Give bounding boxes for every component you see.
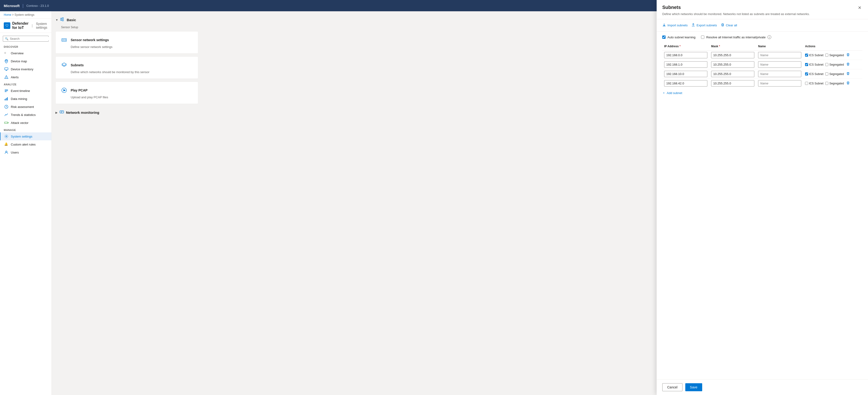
segregated-input[interactable] bbox=[825, 82, 828, 85]
mask-input[interactable] bbox=[711, 52, 754, 58]
topbar-separator: | bbox=[23, 3, 24, 8]
delete-row-button[interactable] bbox=[846, 62, 850, 67]
segregated-checkbox[interactable]: Segregated bbox=[825, 54, 844, 57]
col-header-actions: Actions bbox=[803, 43, 862, 51]
card-title: Sensor network settings bbox=[71, 38, 109, 42]
export-subnets-button[interactable]: Export subnets bbox=[691, 22, 717, 28]
sidebar-item-event-timeline[interactable]: Event timeline bbox=[0, 87, 52, 95]
ics-subnet-input[interactable] bbox=[805, 54, 808, 57]
sidebar-item-risk-assessment[interactable]: Risk assessment bbox=[0, 103, 52, 111]
segregated-input[interactable] bbox=[825, 73, 828, 76]
sidebar-item-system-settings[interactable]: System settings bbox=[0, 132, 52, 140]
ip-input[interactable] bbox=[664, 80, 707, 87]
name-input[interactable] bbox=[758, 71, 801, 77]
sidebar-item-device-inventory[interactable]: Device inventory bbox=[0, 65, 52, 73]
svg-point-20 bbox=[65, 39, 66, 40]
ics-subnet-input[interactable] bbox=[805, 82, 808, 85]
name-input[interactable] bbox=[758, 80, 801, 87]
card-header: Play PCAP bbox=[60, 87, 193, 94]
sensor-network-settings-card[interactable]: Sensor network settings Define sensor ne… bbox=[55, 31, 198, 54]
segregated-checkbox[interactable]: Segregated bbox=[825, 82, 844, 85]
sensor-setup-label: Sensor Setup bbox=[55, 26, 198, 31]
save-button[interactable]: Save bbox=[685, 383, 702, 391]
basic-section-header[interactable]: ▼ Basic bbox=[55, 15, 198, 26]
mask-input[interactable] bbox=[711, 71, 754, 77]
subnets-table: IP Address Mask Name Actions ICS Subnet … bbox=[662, 43, 862, 88]
actions-cell: ICS Subnet Segregated bbox=[805, 81, 861, 86]
add-subnet-button[interactable]: ＋ Add subnet bbox=[662, 88, 682, 95]
play-pcap-card[interactable]: Play PCAP Upload and play PCAP files bbox=[55, 82, 198, 104]
page-title-icon: 🛡 bbox=[4, 22, 10, 29]
card-desc: Define sensor network settings bbox=[60, 45, 193, 49]
delete-row-button[interactable] bbox=[846, 71, 850, 77]
svg-rect-9 bbox=[7, 97, 8, 101]
sidebar-item-trends-statistics[interactable]: Trends & statistics bbox=[0, 111, 52, 119]
sidebar-item-users[interactable]: Users bbox=[0, 148, 52, 157]
svg-rect-5 bbox=[5, 90, 8, 91]
discover-section-label: Discover bbox=[0, 44, 52, 49]
ip-input[interactable] bbox=[664, 52, 707, 58]
import-subnets-button[interactable]: Import subnets bbox=[662, 22, 688, 28]
auto-subnet-learning-label: Auto subnet learning bbox=[668, 35, 695, 39]
breadcrumb-home[interactable]: Home bbox=[4, 13, 11, 17]
svg-rect-7 bbox=[5, 99, 5, 101]
settings-list: ▼ Basic Sensor Setup Sensor network sett… bbox=[52, 11, 202, 122]
custom-alert-icon: 🔔 bbox=[4, 142, 8, 146]
page-title-area: 🛡 Defender for IoT | System settings bbox=[0, 19, 52, 33]
card-desc: Upload and play PCAP files bbox=[60, 95, 193, 99]
sidebar-item-label: Custom alert rules bbox=[11, 143, 35, 146]
delete-row-button[interactable] bbox=[846, 81, 850, 86]
auto-subnet-learning-checkbox[interactable]: Auto subnet learning bbox=[662, 35, 695, 39]
search-input[interactable] bbox=[10, 37, 49, 40]
sidebar-item-data-mining[interactable]: Data mining bbox=[0, 95, 52, 103]
cancel-button[interactable]: Cancel bbox=[662, 383, 682, 391]
search-box[interactable]: 🔍 bbox=[3, 36, 49, 41]
export-icon bbox=[691, 23, 695, 28]
panel-close-button[interactable]: ✕ bbox=[857, 5, 862, 11]
sidebar-item-overview[interactable]: ○ Overview bbox=[0, 49, 52, 57]
resolve-internet-traffic-input[interactable] bbox=[701, 35, 704, 39]
ip-input[interactable] bbox=[664, 71, 707, 77]
ip-input[interactable] bbox=[664, 61, 707, 68]
delete-row-button[interactable] bbox=[846, 52, 850, 58]
ics-subnet-checkbox[interactable]: ICS Subnet bbox=[805, 82, 824, 85]
name-input[interactable] bbox=[758, 61, 801, 68]
resolve-internet-traffic-checkbox[interactable]: Resolve all Internet traffic as internal… bbox=[701, 35, 771, 39]
panel-toolbar: Import subnets Export subnets Clear all bbox=[657, 19, 868, 31]
segregated-checkbox[interactable]: Segregated bbox=[825, 63, 844, 66]
sidebar-item-alerts[interactable]: Alerts bbox=[0, 73, 52, 81]
card-header: Subnets bbox=[60, 61, 193, 69]
chevron-down-icon: ▼ bbox=[55, 18, 58, 22]
auto-subnet-learning-input[interactable] bbox=[662, 35, 665, 39]
trends-icon bbox=[4, 113, 8, 117]
ics-subnet-checkbox[interactable]: ICS Subnet bbox=[805, 73, 824, 76]
subnets-icon bbox=[60, 61, 68, 69]
segregated-checkbox[interactable]: Segregated bbox=[825, 73, 844, 76]
mask-input[interactable] bbox=[711, 80, 754, 87]
alerts-icon bbox=[4, 75, 8, 79]
clear-all-button[interactable]: Clear all bbox=[721, 22, 737, 28]
info-icon[interactable]: i bbox=[768, 35, 771, 39]
sidebar-item-attack-vector[interactable]: Attack vector bbox=[0, 119, 52, 127]
users-icon bbox=[4, 150, 8, 154]
resolve-internet-traffic-label: Resolve all Internet traffic as internal… bbox=[706, 35, 766, 39]
mask-input[interactable] bbox=[711, 61, 754, 68]
actions-cell: ICS Subnet Segregated bbox=[805, 52, 861, 58]
sensor-network-icon bbox=[60, 36, 68, 44]
segregated-input[interactable] bbox=[825, 63, 828, 66]
sidebar-item-device-map[interactable]: Device map bbox=[0, 57, 52, 65]
ics-subnet-input[interactable] bbox=[805, 63, 808, 66]
subnets-card[interactable]: Subnets Define which networks should be … bbox=[55, 56, 198, 79]
sidebar-item-custom-alert-rules[interactable]: 🔔 Custom alert rules bbox=[0, 140, 52, 148]
table-row: ICS Subnet Segregated bbox=[662, 60, 862, 69]
name-input[interactable] bbox=[758, 52, 801, 58]
segregated-input[interactable] bbox=[825, 54, 828, 57]
network-monitoring-header[interactable]: ▶ Network monitoring bbox=[55, 107, 198, 118]
ics-subnet-input[interactable] bbox=[805, 73, 808, 76]
ics-subnet-checkbox[interactable]: ICS Subnet bbox=[805, 63, 824, 66]
ics-subnet-checkbox[interactable]: ICS Subnet bbox=[805, 54, 824, 57]
add-icon: ＋ bbox=[662, 91, 665, 95]
card-title: Play PCAP bbox=[71, 88, 88, 92]
add-subnet-label: Add subnet bbox=[667, 91, 682, 95]
play-pcap-icon bbox=[60, 87, 68, 94]
